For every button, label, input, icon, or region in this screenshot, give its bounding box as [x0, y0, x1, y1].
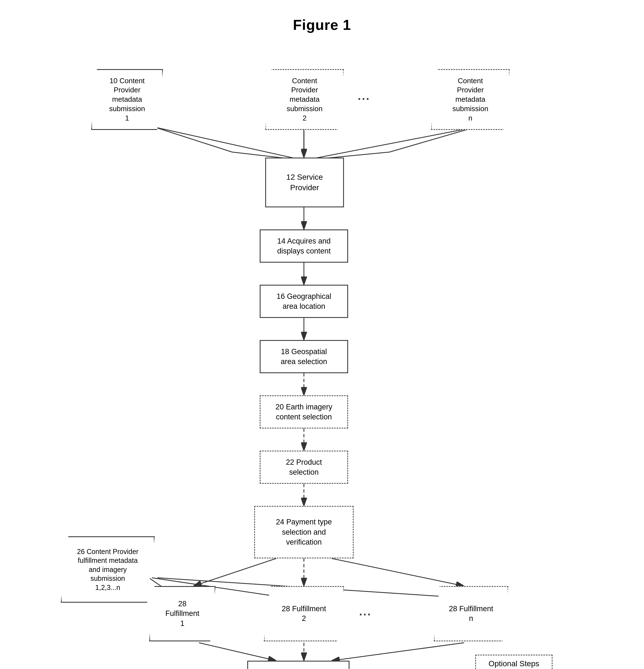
svg-line-17	[332, 558, 464, 586]
svg-line-1	[155, 127, 304, 160]
n28b-node: 28 Fulfillment 2	[264, 586, 344, 641]
dots-bottom: ...	[359, 606, 371, 618]
n22-node: 22 Product selection	[260, 451, 348, 484]
n20-node: 20 Earth imagery content selection	[260, 395, 348, 428]
page-title: Figure 1	[0, 0, 644, 41]
cp1-node: 10 Content Provider metadata submission …	[91, 69, 163, 130]
n28n-node: 28 Fulfillment n	[434, 586, 508, 641]
svg-line-15	[193, 558, 276, 586]
n24-node: 24 Payment type selection and verificati…	[254, 506, 354, 558]
svg-line-23	[332, 643, 464, 661]
cpn-node: Content Provider metadata submission n	[431, 69, 510, 130]
optional-steps-legend: Optional Steps	[475, 655, 553, 669]
diagram-container: 10 Content Provider metadata submission …	[0, 41, 644, 669]
dots-top: ...	[358, 90, 370, 102]
n14-node: 14 Acquires and displays content	[260, 229, 348, 262]
svg-line-3	[304, 127, 475, 160]
n18-node: 18 Geospatial area selection	[260, 340, 348, 373]
svg-line-6	[390, 127, 475, 152]
n26-node: 26 Content Provider fulfillment metadata…	[61, 536, 155, 603]
n16-node: 16 Geographical area location	[260, 285, 348, 318]
svg-line-4	[155, 127, 232, 152]
n30-node: 30 Billing/Payment	[247, 661, 350, 669]
n28a-node: 28 Fulfillment 1	[149, 586, 216, 641]
cp2-node: Content Provider metadata submission 2	[265, 69, 344, 130]
svg-line-21	[199, 643, 276, 661]
n12-node: 12 Service Provider	[265, 158, 344, 207]
